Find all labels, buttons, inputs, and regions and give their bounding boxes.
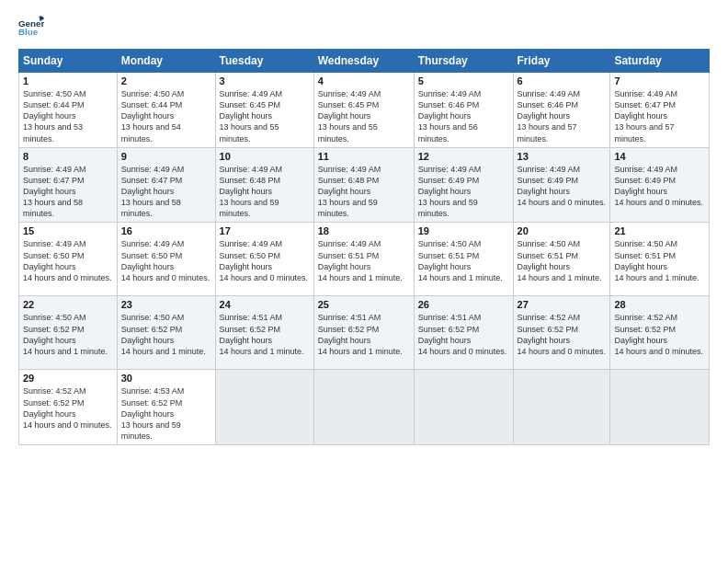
weekday-header-friday: Friday <box>513 50 610 73</box>
day-info: Sunrise: 4:52 AM Sunset: 6:52 PM Dayligh… <box>614 312 705 357</box>
day-number: 18 <box>318 225 410 236</box>
calendar-cell: 4 Sunrise: 4:49 AM Sunset: 6:45 PM Dayli… <box>313 73 414 148</box>
weekday-header-row: SundayMondayTuesdayWednesdayThursdayFrid… <box>19 50 710 73</box>
day-number: 24 <box>220 299 310 310</box>
day-info: Sunrise: 4:49 AM Sunset: 6:50 PM Dayligh… <box>121 238 211 283</box>
day-number: 3 <box>220 75 310 86</box>
day-number: 21 <box>614 225 705 236</box>
day-info: Sunrise: 4:49 AM Sunset: 6:49 PM Dayligh… <box>614 164 705 209</box>
day-number: 25 <box>318 299 410 310</box>
day-number: 15 <box>23 225 113 236</box>
day-number: 9 <box>121 151 211 162</box>
day-number: 6 <box>518 75 607 86</box>
calendar-cell: 24 Sunrise: 4:51 AM Sunset: 6:52 PM Dayl… <box>215 296 313 370</box>
calendar-cell: 20 Sunrise: 4:50 AM Sunset: 6:51 PM Dayl… <box>513 223 610 296</box>
calendar-cell: 11 Sunrise: 4:49 AM Sunset: 6:48 PM Dayl… <box>313 147 414 223</box>
calendar-cell: 13 Sunrise: 4:49 AM Sunset: 6:49 PM Dayl… <box>513 147 610 223</box>
weekday-header-sunday: Sunday <box>19 50 118 73</box>
day-info: Sunrise: 4:52 AM Sunset: 6:52 PM Dayligh… <box>23 385 113 431</box>
day-info: Sunrise: 4:50 AM Sunset: 6:44 PM Dayligh… <box>23 88 113 144</box>
day-info: Sunrise: 4:49 AM Sunset: 6:45 PM Dayligh… <box>318 88 410 144</box>
calendar-page: General Blue SundayMondayTuesdayWednesda… <box>0 0 728 563</box>
day-info: Sunrise: 4:49 AM Sunset: 6:49 PM Dayligh… <box>418 164 509 220</box>
day-info: Sunrise: 4:49 AM Sunset: 6:46 PM Dayligh… <box>418 88 509 144</box>
calendar-cell: 7 Sunrise: 4:49 AM Sunset: 6:47 PM Dayli… <box>610 73 710 148</box>
day-number: 19 <box>418 225 509 236</box>
day-number: 1 <box>23 75 113 86</box>
calendar-cell: 22 Sunrise: 4:50 AM Sunset: 6:52 PM Dayl… <box>19 296 118 370</box>
day-number: 22 <box>23 299 113 310</box>
calendar-week-row: 15 Sunrise: 4:49 AM Sunset: 6:50 PM Dayl… <box>19 223 710 296</box>
calendar-cell: 25 Sunrise: 4:51 AM Sunset: 6:52 PM Dayl… <box>313 296 414 370</box>
day-info: Sunrise: 4:49 AM Sunset: 6:47 PM Dayligh… <box>121 164 211 220</box>
day-info: Sunrise: 4:49 AM Sunset: 6:47 PM Dayligh… <box>23 164 113 220</box>
calendar-cell: 14 Sunrise: 4:49 AM Sunset: 6:49 PM Dayl… <box>610 147 710 223</box>
svg-text:Blue: Blue <box>18 27 39 37</box>
calendar-cell <box>414 370 513 445</box>
day-info: Sunrise: 4:51 AM Sunset: 6:52 PM Dayligh… <box>318 312 410 357</box>
day-number: 20 <box>518 225 607 236</box>
logo: General Blue <box>18 14 48 40</box>
calendar-cell: 3 Sunrise: 4:49 AM Sunset: 6:45 PM Dayli… <box>215 73 313 148</box>
calendar-cell: 18 Sunrise: 4:49 AM Sunset: 6:51 PM Dayl… <box>313 223 414 296</box>
day-info: Sunrise: 4:49 AM Sunset: 6:47 PM Dayligh… <box>614 88 705 144</box>
day-number: 17 <box>220 225 310 236</box>
calendar-cell: 10 Sunrise: 4:49 AM Sunset: 6:48 PM Dayl… <box>215 147 313 223</box>
calendar-cell <box>215 370 313 445</box>
day-info: Sunrise: 4:50 AM Sunset: 6:52 PM Dayligh… <box>23 312 113 357</box>
calendar-table: SundayMondayTuesdayWednesdayThursdayFrid… <box>18 49 710 445</box>
calendar-cell <box>610 370 710 445</box>
day-info: Sunrise: 4:53 AM Sunset: 6:52 PM Dayligh… <box>121 385 211 442</box>
calendar-cell: 9 Sunrise: 4:49 AM Sunset: 6:47 PM Dayli… <box>117 147 215 223</box>
weekday-header-saturday: Saturday <box>610 50 710 73</box>
day-info: Sunrise: 4:49 AM Sunset: 6:49 PM Dayligh… <box>518 164 607 209</box>
day-number: 8 <box>23 151 113 162</box>
day-number: 4 <box>318 75 410 86</box>
weekday-header-thursday: Thursday <box>414 50 513 73</box>
calendar-cell: 16 Sunrise: 4:49 AM Sunset: 6:50 PM Dayl… <box>117 223 215 296</box>
day-info: Sunrise: 4:49 AM Sunset: 6:46 PM Dayligh… <box>518 88 607 144</box>
calendar-cell: 26 Sunrise: 4:51 AM Sunset: 6:52 PM Dayl… <box>414 296 513 370</box>
day-number: 12 <box>418 151 509 162</box>
weekday-header-tuesday: Tuesday <box>215 50 313 73</box>
day-info: Sunrise: 4:49 AM Sunset: 6:50 PM Dayligh… <box>220 238 310 283</box>
day-number: 30 <box>121 373 211 384</box>
calendar-cell: 8 Sunrise: 4:49 AM Sunset: 6:47 PM Dayli… <box>19 147 118 223</box>
calendar-cell: 17 Sunrise: 4:49 AM Sunset: 6:50 PM Dayl… <box>215 223 313 296</box>
calendar-cell <box>513 370 610 445</box>
weekday-header-wednesday: Wednesday <box>313 50 414 73</box>
calendar-cell: 2 Sunrise: 4:50 AM Sunset: 6:44 PM Dayli… <box>117 73 215 148</box>
day-info: Sunrise: 4:49 AM Sunset: 6:50 PM Dayligh… <box>23 238 113 283</box>
day-number: 26 <box>418 299 509 310</box>
day-info: Sunrise: 4:50 AM Sunset: 6:52 PM Dayligh… <box>121 312 211 357</box>
day-info: Sunrise: 4:50 AM Sunset: 6:51 PM Dayligh… <box>614 238 705 283</box>
calendar-cell: 21 Sunrise: 4:50 AM Sunset: 6:51 PM Dayl… <box>610 223 710 296</box>
logo-bird-icon: General Blue <box>18 14 44 40</box>
day-number: 27 <box>518 299 607 310</box>
day-info: Sunrise: 4:49 AM Sunset: 6:48 PM Dayligh… <box>220 164 310 220</box>
calendar-week-row: 8 Sunrise: 4:49 AM Sunset: 6:47 PM Dayli… <box>19 147 710 223</box>
calendar-cell: 23 Sunrise: 4:50 AM Sunset: 6:52 PM Dayl… <box>117 296 215 370</box>
day-number: 28 <box>614 299 705 310</box>
header: General Blue <box>18 14 710 40</box>
calendar-week-row: 29 Sunrise: 4:52 AM Sunset: 6:52 PM Dayl… <box>19 370 710 445</box>
calendar-cell: 27 Sunrise: 4:52 AM Sunset: 6:52 PM Dayl… <box>513 296 610 370</box>
day-number: 29 <box>23 373 113 384</box>
day-info: Sunrise: 4:49 AM Sunset: 6:51 PM Dayligh… <box>318 238 410 283</box>
day-info: Sunrise: 4:50 AM Sunset: 6:44 PM Dayligh… <box>121 88 211 144</box>
calendar-cell <box>313 370 414 445</box>
day-number: 11 <box>318 151 410 162</box>
calendar-cell: 29 Sunrise: 4:52 AM Sunset: 6:52 PM Dayl… <box>19 370 118 445</box>
day-number: 2 <box>121 75 211 86</box>
calendar-cell: 19 Sunrise: 4:50 AM Sunset: 6:51 PM Dayl… <box>414 223 513 296</box>
day-info: Sunrise: 4:50 AM Sunset: 6:51 PM Dayligh… <box>418 238 509 283</box>
day-number: 10 <box>220 151 310 162</box>
weekday-header-monday: Monday <box>117 50 215 73</box>
day-info: Sunrise: 4:49 AM Sunset: 6:48 PM Dayligh… <box>318 164 410 220</box>
calendar-cell: 12 Sunrise: 4:49 AM Sunset: 6:49 PM Dayl… <box>414 147 513 223</box>
day-info: Sunrise: 4:51 AM Sunset: 6:52 PM Dayligh… <box>418 312 509 357</box>
day-number: 13 <box>518 151 607 162</box>
day-info: Sunrise: 4:51 AM Sunset: 6:52 PM Dayligh… <box>220 312 310 357</box>
calendar-cell: 28 Sunrise: 4:52 AM Sunset: 6:52 PM Dayl… <box>610 296 710 370</box>
day-info: Sunrise: 4:52 AM Sunset: 6:52 PM Dayligh… <box>518 312 607 357</box>
